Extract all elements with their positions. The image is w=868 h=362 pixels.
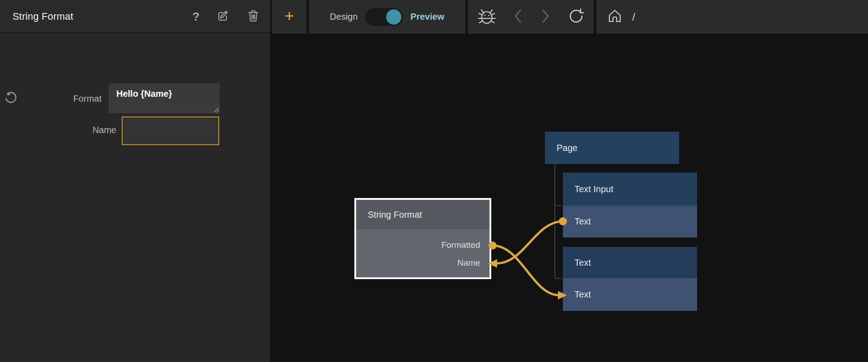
node-text-text-label: Text [574, 289, 591, 300]
node-text[interactable]: Text Text [563, 247, 697, 311]
edit-icon [217, 9, 230, 24]
node-text-text-row[interactable]: Text [563, 278, 697, 311]
edit-button[interactable] [216, 0, 232, 33]
node-text-title: Text [574, 258, 591, 268]
port-formatted-output[interactable]: Formatted [441, 240, 480, 250]
properties-panel: String Format ? [0, 0, 270, 362]
delete-button[interactable] [245, 0, 261, 33]
home-button[interactable] [607, 9, 622, 26]
node-text-input-title: Text Input [574, 184, 613, 194]
help-button[interactable]: ? [188, 0, 204, 33]
node-text-input[interactable]: Text Input Text [563, 172, 697, 237]
node-page[interactable]: Page [545, 132, 679, 164]
node-text-input-header[interactable]: Text Input [563, 172, 697, 206]
design-mode-label[interactable]: Design [330, 12, 357, 22]
refresh-button[interactable] [568, 8, 584, 26]
panel-title: String Format [13, 0, 73, 33]
port-name-input[interactable]: Name [457, 258, 480, 268]
node-page-title: Page [557, 143, 578, 153]
forward-button[interactable] [540, 9, 550, 26]
toolbar-mode-segment: Design Preview [309, 0, 465, 34]
node-string-format-body: Formatted Name [356, 229, 489, 277]
properties-panel-header: String Format ? [0, 0, 270, 33]
node-string-format-selected[interactable]: String Format Formatted Name [354, 198, 491, 279]
toolbar-nav-segment [468, 0, 594, 34]
debug-button[interactable] [478, 7, 496, 27]
node-text-header[interactable]: Text [563, 247, 697, 278]
trash-icon [247, 9, 260, 24]
chevron-right-icon [540, 9, 550, 26]
add-node-button[interactable]: + [285, 8, 294, 24]
node-string-format-header[interactable]: String Format [356, 200, 489, 229]
toggle-knob [386, 9, 401, 25]
format-input[interactable]: Hello {Name} [109, 83, 220, 113]
home-icon [607, 9, 622, 26]
design-preview-toggle[interactable] [365, 8, 403, 26]
bug-icon [478, 7, 496, 27]
name-field-label: Name [27, 125, 116, 135]
format-field-label: Format [12, 94, 102, 104]
toolbar-add-segment: + [272, 0, 306, 34]
toolbar-path-segment: / [596, 0, 868, 34]
chevron-left-icon [513, 9, 523, 26]
node-text-input-text-row[interactable]: Text [563, 206, 697, 237]
back-button[interactable] [513, 9, 523, 26]
plus-icon: + [285, 7, 294, 25]
preview-mode-label[interactable]: Preview [410, 12, 444, 22]
refresh-icon [568, 8, 584, 26]
name-input[interactable] [122, 116, 219, 145]
breadcrumb[interactable]: / [632, 11, 635, 23]
node-page-header[interactable]: Page [545, 132, 679, 164]
node-text-input-text-label: Text [574, 216, 591, 227]
help-icon: ? [192, 10, 200, 24]
node-string-format-title: String Format [368, 210, 422, 220]
